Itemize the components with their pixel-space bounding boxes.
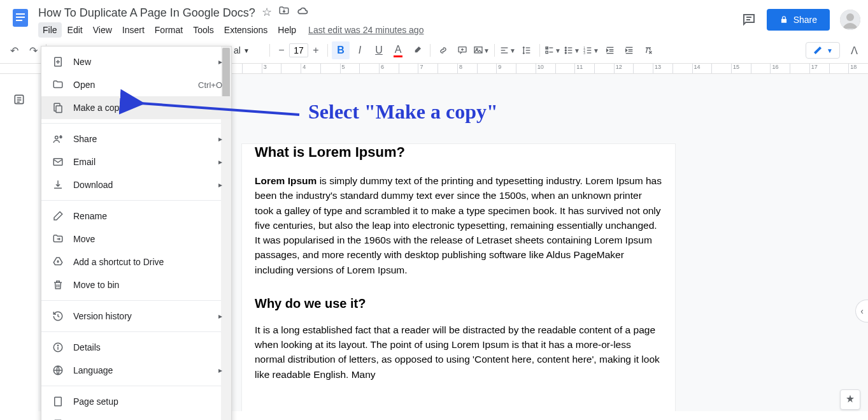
file-menu-move-to-bin[interactable]: Move to bin bbox=[41, 273, 231, 296]
menu-view[interactable]: View bbox=[89, 22, 117, 38]
svg-text:3: 3 bbox=[583, 52, 585, 55]
menu-item-label: Page setup bbox=[73, 396, 222, 407]
bold-button[interactable]: B bbox=[332, 41, 350, 59]
outline-toggle-icon[interactable] bbox=[13, 93, 25, 411]
numbered-list-button[interactable]: 123▼ bbox=[582, 41, 600, 59]
svg-rect-62 bbox=[55, 397, 62, 406]
doc-paragraph-1: Lorem Ipsum is simply dummy text of the … bbox=[255, 173, 662, 277]
menu-item-label: Rename bbox=[73, 211, 222, 221]
drive-shortcut-icon bbox=[52, 256, 64, 268]
insert-comment-button[interactable] bbox=[453, 41, 471, 59]
chevron-down-icon: ▼ bbox=[483, 47, 490, 54]
document-page[interactable]: What is Lorem Ipsum? Lorem Ipsum is simp… bbox=[242, 144, 675, 411]
file-menu-new[interactable]: New▸ bbox=[41, 50, 231, 73]
file-menu-download[interactable]: Download▸ bbox=[41, 173, 231, 196]
menu-edit[interactable]: Edit bbox=[63, 22, 87, 38]
plus-icon bbox=[52, 55, 64, 68]
font-size-decrease[interactable]: − bbox=[274, 43, 289, 58]
menu-tools[interactable]: Tools bbox=[189, 22, 218, 38]
chevron-down-icon: ▼ bbox=[593, 47, 599, 54]
history-icon bbox=[52, 310, 64, 322]
explore-button[interactable] bbox=[840, 389, 860, 410]
menu-item-label: Move bbox=[73, 234, 222, 244]
menu-item-label: Details bbox=[73, 342, 222, 352]
svg-point-25 bbox=[565, 50, 566, 51]
menu-extensions[interactable]: Extensions bbox=[220, 22, 272, 38]
font-size-control: − 17 + bbox=[274, 43, 324, 58]
insert-image-button[interactable]: ▼ bbox=[473, 41, 490, 59]
menu-item-label: Open bbox=[73, 80, 189, 90]
menu-item-label: Make a copy bbox=[73, 103, 222, 113]
file-menu-version-history[interactable]: Version history▸ bbox=[41, 305, 231, 328]
rename-icon bbox=[52, 210, 64, 222]
menu-format[interactable]: Format bbox=[150, 22, 187, 38]
menu-bar: File Edit View Insert Format Tools Exten… bbox=[38, 22, 741, 38]
undo-button[interactable]: ↶ bbox=[5, 41, 23, 59]
svg-rect-3 bbox=[16, 20, 22, 21]
menu-item-label: Version history bbox=[73, 311, 210, 321]
move-icon bbox=[52, 233, 64, 245]
clear-formatting-button[interactable] bbox=[639, 41, 657, 59]
submenu-arrow-icon: ▸ bbox=[218, 366, 222, 375]
last-edit-link[interactable]: Last edit was 24 minutes ago bbox=[308, 25, 423, 35]
cloud-status-icon[interactable] bbox=[296, 5, 309, 21]
file-menu-page-setup[interactable]: Page setup bbox=[41, 390, 231, 413]
star-icon[interactable]: ☆ bbox=[262, 5, 272, 21]
chevron-down-icon: ▼ bbox=[827, 47, 833, 54]
menu-item-label: New bbox=[73, 57, 210, 67]
menu-file[interactable]: File bbox=[38, 22, 62, 38]
file-menu-share[interactable]: Share▸ bbox=[41, 127, 231, 150]
download-icon bbox=[52, 178, 64, 191]
redo-button[interactable]: ↷ bbox=[24, 41, 42, 59]
submenu-arrow-icon: ▸ bbox=[218, 180, 222, 189]
font-family-dropdown[interactable]: al ▼ bbox=[230, 43, 266, 58]
file-menu-dropdown: New▸OpenCtrl+OMake a copyShare▸Email▸Dow… bbox=[41, 46, 232, 420]
file-menu-move[interactable]: Move bbox=[41, 228, 231, 250]
file-menu-email[interactable]: Email▸ bbox=[41, 150, 231, 173]
page-setup-icon bbox=[52, 395, 64, 408]
insert-link-button[interactable] bbox=[434, 41, 452, 59]
share-button[interactable]: Share bbox=[767, 9, 830, 31]
italic-button[interactable]: I bbox=[351, 41, 369, 59]
menu-insert[interactable]: Insert bbox=[118, 22, 149, 38]
underline-button[interactable]: U bbox=[370, 41, 388, 59]
chevron-down-icon: ▼ bbox=[243, 47, 250, 54]
align-button[interactable]: ▼ bbox=[499, 41, 516, 59]
checklist-button[interactable]: ▼ bbox=[544, 41, 562, 59]
bulleted-list-button[interactable]: ▼ bbox=[563, 41, 581, 59]
svg-rect-2 bbox=[16, 17, 25, 18]
file-menu-open[interactable]: OpenCtrl+O bbox=[41, 73, 231, 96]
doc-title[interactable]: How To Duplicate A Page In Google Docs? bbox=[38, 6, 255, 20]
avatar[interactable] bbox=[840, 10, 860, 30]
submenu-arrow-icon: ▸ bbox=[218, 134, 222, 143]
doc-paragraph-2: It is a long established fact that a rea… bbox=[255, 322, 662, 382]
highlight-button[interactable] bbox=[408, 41, 426, 59]
comments-icon[interactable] bbox=[741, 12, 757, 27]
line-spacing-button[interactable] bbox=[518, 41, 536, 59]
indent-increase-button[interactable] bbox=[620, 41, 638, 59]
file-menu-language[interactable]: Language▸ bbox=[41, 359, 231, 382]
trash-icon bbox=[52, 279, 64, 291]
file-menu-details[interactable]: Details bbox=[41, 336, 231, 359]
svg-point-23 bbox=[565, 47, 566, 48]
text-color-button[interactable]: A bbox=[389, 41, 407, 59]
file-menu-rename[interactable]: Rename bbox=[41, 205, 231, 228]
move-to-folder-icon[interactable] bbox=[278, 5, 290, 21]
indent-decrease-button[interactable] bbox=[601, 41, 619, 59]
menu-help[interactable]: Help bbox=[273, 22, 301, 38]
svg-point-60 bbox=[57, 345, 58, 345]
font-size-increase[interactable]: + bbox=[308, 43, 324, 58]
submenu-arrow-icon: ▸ bbox=[218, 312, 222, 321]
file-menu-add-a-shortcut-to-drive[interactable]: Add a shortcut to Drive bbox=[41, 250, 231, 273]
menu-item-label: Download bbox=[73, 180, 210, 190]
svg-rect-1 bbox=[16, 13, 25, 15]
font-size-value[interactable]: 17 bbox=[289, 43, 308, 57]
copy-icon bbox=[52, 101, 64, 114]
menu-item-label: Email bbox=[73, 157, 210, 167]
file-menu-make-a-copy[interactable]: Make a copy bbox=[41, 96, 231, 119]
file-menu-print-preview[interactable]: Print preview bbox=[41, 413, 231, 420]
svg-point-27 bbox=[565, 52, 566, 54]
editing-mode-button[interactable]: ▼ bbox=[806, 42, 840, 59]
hide-menus-button[interactable]: ᐱ bbox=[845, 41, 863, 59]
docs-logo[interactable] bbox=[8, 5, 33, 31]
